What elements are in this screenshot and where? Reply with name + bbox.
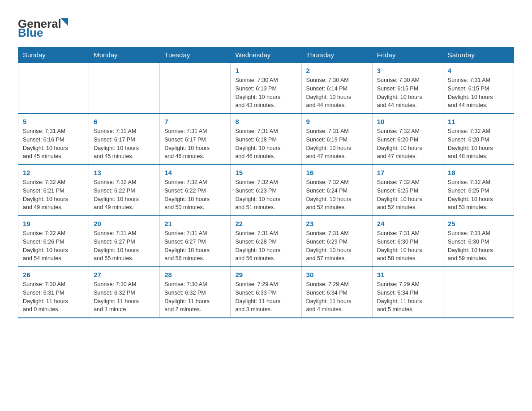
day-number: 21 xyxy=(164,220,226,227)
day-number: 20 xyxy=(94,220,155,227)
day-info: Sunrise: 7:29 AM Sunset: 6:33 PM Dayligh… xyxy=(235,280,296,314)
day-info: Sunrise: 7:30 AM Sunset: 6:13 PM Dayligh… xyxy=(235,76,296,110)
page-header: General Blue xyxy=(18,13,514,38)
day-info: Sunrise: 7:32 AM Sunset: 6:24 PM Dayligh… xyxy=(306,178,368,212)
day-info: Sunrise: 7:29 AM Sunset: 6:34 PM Dayligh… xyxy=(377,280,438,314)
day-info: Sunrise: 7:31 AM Sunset: 6:30 PM Dayligh… xyxy=(448,229,509,263)
day-info: Sunrise: 7:29 AM Sunset: 6:34 PM Dayligh… xyxy=(306,280,368,314)
calendar-cell: 9Sunrise: 7:31 AM Sunset: 6:19 PM Daylig… xyxy=(301,114,372,165)
day-info: Sunrise: 7:31 AM Sunset: 6:17 PM Dayligh… xyxy=(94,127,155,161)
day-number: 5 xyxy=(23,118,84,125)
calendar-cell: 24Sunrise: 7:31 AM Sunset: 6:30 PM Dayli… xyxy=(372,216,443,267)
day-number: 25 xyxy=(448,220,509,227)
calendar-cell: 15Sunrise: 7:32 AM Sunset: 6:23 PM Dayli… xyxy=(231,165,301,216)
calendar-cell: 10Sunrise: 7:32 AM Sunset: 6:20 PM Dayli… xyxy=(372,114,443,165)
calendar-cell: 6Sunrise: 7:31 AM Sunset: 6:17 PM Daylig… xyxy=(89,114,160,165)
day-info: Sunrise: 7:32 AM Sunset: 6:25 PM Dayligh… xyxy=(377,178,438,212)
day-number: 8 xyxy=(235,118,296,125)
calendar-cell: 18Sunrise: 7:32 AM Sunset: 6:25 PM Dayli… xyxy=(443,165,514,216)
day-info: Sunrise: 7:32 AM Sunset: 6:23 PM Dayligh… xyxy=(235,178,296,212)
calendar-header-sunday: Sunday xyxy=(18,47,89,63)
day-info: Sunrise: 7:31 AM Sunset: 6:15 PM Dayligh… xyxy=(448,76,509,110)
calendar-cell: 25Sunrise: 7:31 AM Sunset: 6:30 PM Dayli… xyxy=(443,216,514,267)
day-info: Sunrise: 7:32 AM Sunset: 6:21 PM Dayligh… xyxy=(23,178,84,212)
calendar-header-saturday: Saturday xyxy=(443,47,514,63)
day-number: 29 xyxy=(235,271,296,278)
calendar-table: SundayMondayTuesdayWednesdayThursdayFrid… xyxy=(18,47,514,318)
day-number: 13 xyxy=(94,169,155,176)
day-info: Sunrise: 7:31 AM Sunset: 6:27 PM Dayligh… xyxy=(164,229,226,263)
day-number: 30 xyxy=(306,271,368,278)
calendar-cell xyxy=(18,63,89,114)
day-info: Sunrise: 7:31 AM Sunset: 6:28 PM Dayligh… xyxy=(235,229,296,263)
calendar-cell: 7Sunrise: 7:31 AM Sunset: 6:17 PM Daylig… xyxy=(160,114,231,165)
calendar-cell: 11Sunrise: 7:32 AM Sunset: 6:20 PM Dayli… xyxy=(443,114,514,165)
day-info: Sunrise: 7:31 AM Sunset: 6:29 PM Dayligh… xyxy=(306,229,368,263)
day-info: Sunrise: 7:32 AM Sunset: 6:22 PM Dayligh… xyxy=(94,178,155,212)
calendar-header-row: SundayMondayTuesdayWednesdayThursdayFrid… xyxy=(18,47,514,63)
calendar-cell: 17Sunrise: 7:32 AM Sunset: 6:25 PM Dayli… xyxy=(372,165,443,216)
day-info: Sunrise: 7:32 AM Sunset: 6:20 PM Dayligh… xyxy=(377,127,438,161)
day-info: Sunrise: 7:31 AM Sunset: 6:16 PM Dayligh… xyxy=(23,127,84,161)
calendar-cell: 14Sunrise: 7:32 AM Sunset: 6:22 PM Dayli… xyxy=(160,165,231,216)
day-info: Sunrise: 7:31 AM Sunset: 6:27 PM Dayligh… xyxy=(94,229,155,263)
day-info: Sunrise: 7:31 AM Sunset: 6:30 PM Dayligh… xyxy=(377,229,438,263)
day-number: 12 xyxy=(23,169,84,176)
day-info: Sunrise: 7:30 AM Sunset: 6:32 PM Dayligh… xyxy=(94,280,155,314)
day-info: Sunrise: 7:32 AM Sunset: 6:26 PM Dayligh… xyxy=(23,229,84,263)
calendar-cell: 19Sunrise: 7:32 AM Sunset: 6:26 PM Dayli… xyxy=(18,216,89,267)
day-info: Sunrise: 7:31 AM Sunset: 6:18 PM Dayligh… xyxy=(235,127,296,161)
calendar-header-friday: Friday xyxy=(372,47,443,63)
calendar-cell: 8Sunrise: 7:31 AM Sunset: 6:18 PM Daylig… xyxy=(231,114,301,165)
calendar-cell: 23Sunrise: 7:31 AM Sunset: 6:29 PM Dayli… xyxy=(301,216,372,267)
calendar-header-wednesday: Wednesday xyxy=(231,47,301,63)
calendar-cell: 4Sunrise: 7:31 AM Sunset: 6:15 PM Daylig… xyxy=(443,63,514,114)
calendar-week-row-4: 19Sunrise: 7:32 AM Sunset: 6:26 PM Dayli… xyxy=(18,216,514,267)
day-number: 6 xyxy=(94,118,155,125)
day-info: Sunrise: 7:30 AM Sunset: 6:15 PM Dayligh… xyxy=(377,76,438,110)
calendar-cell: 21Sunrise: 7:31 AM Sunset: 6:27 PM Dayli… xyxy=(160,216,231,267)
day-number: 11 xyxy=(448,118,509,125)
calendar-cell: 16Sunrise: 7:32 AM Sunset: 6:24 PM Dayli… xyxy=(301,165,372,216)
calendar-cell: 22Sunrise: 7:31 AM Sunset: 6:28 PM Dayli… xyxy=(231,216,301,267)
calendar-header-thursday: Thursday xyxy=(301,47,372,63)
day-info: Sunrise: 7:31 AM Sunset: 6:19 PM Dayligh… xyxy=(306,127,368,161)
day-number: 16 xyxy=(306,169,368,176)
day-number: 26 xyxy=(23,271,84,278)
day-number: 7 xyxy=(164,118,226,125)
calendar-cell: 13Sunrise: 7:32 AM Sunset: 6:22 PM Dayli… xyxy=(89,165,160,216)
calendar-cell: 28Sunrise: 7:30 AM Sunset: 6:32 PM Dayli… xyxy=(160,267,231,318)
calendar-cell: 12Sunrise: 7:32 AM Sunset: 6:21 PM Dayli… xyxy=(18,165,89,216)
calendar-cell: 26Sunrise: 7:30 AM Sunset: 6:31 PM Dayli… xyxy=(18,267,89,318)
calendar-cell: 30Sunrise: 7:29 AM Sunset: 6:34 PM Dayli… xyxy=(301,267,372,318)
svg-text:Blue: Blue xyxy=(18,26,43,38)
day-number: 15 xyxy=(235,169,296,176)
day-info: Sunrise: 7:30 AM Sunset: 6:31 PM Dayligh… xyxy=(23,280,84,314)
day-info: Sunrise: 7:30 AM Sunset: 6:14 PM Dayligh… xyxy=(306,76,368,110)
calendar-cell: 31Sunrise: 7:29 AM Sunset: 6:34 PM Dayli… xyxy=(372,267,443,318)
calendar-week-row-3: 12Sunrise: 7:32 AM Sunset: 6:21 PM Dayli… xyxy=(18,165,514,216)
day-number: 3 xyxy=(377,67,438,74)
day-number: 2 xyxy=(306,67,368,74)
calendar-week-row-5: 26Sunrise: 7:30 AM Sunset: 6:31 PM Dayli… xyxy=(18,267,514,318)
day-number: 17 xyxy=(377,169,438,176)
calendar-cell: 2Sunrise: 7:30 AM Sunset: 6:14 PM Daylig… xyxy=(301,63,372,114)
day-info: Sunrise: 7:32 AM Sunset: 6:20 PM Dayligh… xyxy=(448,127,509,161)
logo: General Blue xyxy=(18,13,81,38)
calendar-cell: 3Sunrise: 7:30 AM Sunset: 6:15 PM Daylig… xyxy=(372,63,443,114)
day-number: 22 xyxy=(235,220,296,227)
day-number: 27 xyxy=(94,271,155,278)
day-number: 10 xyxy=(377,118,438,125)
day-number: 9 xyxy=(306,118,368,125)
day-number: 23 xyxy=(306,220,368,227)
calendar-week-row-2: 5Sunrise: 7:31 AM Sunset: 6:16 PM Daylig… xyxy=(18,114,514,165)
day-number: 14 xyxy=(164,169,226,176)
calendar-header-monday: Monday xyxy=(89,47,160,63)
calendar-cell: 1Sunrise: 7:30 AM Sunset: 6:13 PM Daylig… xyxy=(231,63,301,114)
day-number: 31 xyxy=(377,271,438,278)
calendar-cell: 27Sunrise: 7:30 AM Sunset: 6:32 PM Dayli… xyxy=(89,267,160,318)
day-number: 19 xyxy=(23,220,84,227)
calendar-week-row-1: 1Sunrise: 7:30 AM Sunset: 6:13 PM Daylig… xyxy=(18,63,514,114)
calendar-cell xyxy=(443,267,514,318)
day-info: Sunrise: 7:30 AM Sunset: 6:32 PM Dayligh… xyxy=(164,280,226,314)
